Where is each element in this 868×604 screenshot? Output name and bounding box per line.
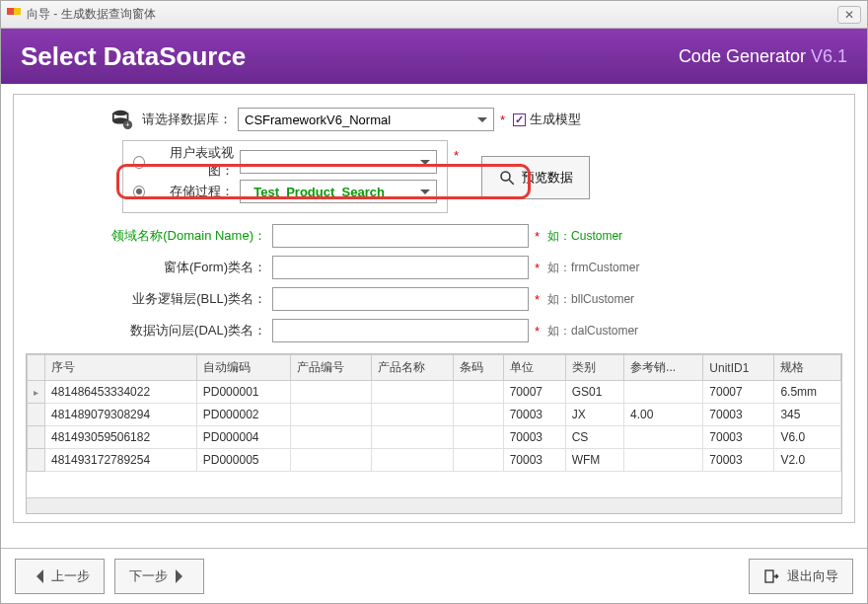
titlebar: 向导 - 生成数据查询窗体 ✕ bbox=[1, 1, 867, 29]
close-button[interactable]: ✕ bbox=[837, 6, 861, 24]
db-label: 请选择数据库： bbox=[142, 111, 238, 128]
form-class-input[interactable] bbox=[272, 256, 529, 279]
svg-line-5 bbox=[509, 180, 514, 185]
radio-table[interactable] bbox=[133, 156, 145, 169]
col-header[interactable]: 条码 bbox=[454, 355, 503, 381]
col-header[interactable]: 类别 bbox=[565, 355, 623, 381]
svg-point-0 bbox=[113, 111, 128, 116]
wizard-window: 向导 - 生成数据查询窗体 ✕ Select DataSource Code G… bbox=[0, 0, 868, 604]
domain-row: 领域名称(Domain Name)： * 如：Customer bbox=[26, 221, 842, 251]
table-row[interactable]: 481489079308294PD00000270003JX4.00700033… bbox=[28, 404, 841, 426]
next-button[interactable]: 下一步 bbox=[114, 559, 204, 594]
grid-scrollbar[interactable] bbox=[27, 497, 841, 513]
header-banner: Select DataSource Code Generator V6.1 bbox=[1, 29, 867, 84]
table-row[interactable]: ▸481486453334022PD00000170007GS01700076.… bbox=[28, 381, 841, 404]
table-row[interactable]: 481493172789254PD00000570003WFM70003V2.0 bbox=[28, 449, 841, 472]
arrow-right-icon bbox=[176, 569, 189, 583]
col-header[interactable]: 产品名称 bbox=[372, 355, 454, 381]
search-icon bbox=[498, 169, 516, 187]
col-header[interactable]: 自动编码 bbox=[196, 355, 290, 381]
window-title: 向导 - 生成数据查询窗体 bbox=[27, 6, 837, 23]
preview-data-button[interactable]: 预览数据 bbox=[481, 156, 590, 199]
dal-class-input[interactable] bbox=[272, 319, 529, 342]
product-label: Code Generator V6.1 bbox=[679, 46, 847, 67]
table-row[interactable]: 481493059506182PD00000470003CS70003V6.0 bbox=[28, 426, 841, 449]
col-header[interactable]: 参考销... bbox=[624, 355, 703, 381]
col-header[interactable]: UnitID1 bbox=[703, 355, 774, 381]
footer: 上一步 下一步 退出向导 bbox=[1, 548, 867, 603]
gen-model-checkbox[interactable]: ✓ 生成模型 bbox=[513, 111, 581, 128]
source-radio-group: 用户表或视图： 存储过程： _Test_Product_Search bbox=[122, 140, 448, 213]
database-icon: + bbox=[108, 108, 136, 131]
col-header[interactable]: 规格 bbox=[774, 355, 841, 381]
svg-point-4 bbox=[501, 172, 510, 181]
page-title: Select DataSource bbox=[21, 41, 679, 72]
database-select[interactable]: CSFrameworkV6_Normal bbox=[238, 108, 494, 131]
col-header[interactable]: 单位 bbox=[503, 355, 565, 381]
col-header[interactable]: 产品编号 bbox=[290, 355, 372, 381]
radio-table-row[interactable]: 用户表或视图： bbox=[133, 147, 437, 177]
form-panel: + 请选择数据库： CSFrameworkV6_Normal * ✓ 生成模型 … bbox=[13, 94, 855, 523]
domain-name-input[interactable] bbox=[272, 224, 529, 248]
exit-icon bbox=[763, 568, 779, 584]
arrow-left-icon bbox=[30, 569, 43, 583]
svg-rect-6 bbox=[765, 570, 773, 582]
source-select-row: 用户表或视图： 存储过程： _Test_Product_Search * 预览数… bbox=[26, 140, 842, 215]
bll-row: 业务逻辑层(BLL)类名： * 如：bllCustomer bbox=[26, 284, 842, 314]
db-row: + 请选择数据库： CSFrameworkV6_Normal * ✓ 生成模型 bbox=[108, 105, 842, 134]
check-icon: ✓ bbox=[513, 113, 526, 126]
radio-proc-row[interactable]: 存储过程： _Test_Product_Search bbox=[133, 177, 437, 206]
bll-class-input[interactable] bbox=[272, 287, 529, 311]
col-header[interactable]: 序号 bbox=[45, 355, 197, 381]
app-icon bbox=[7, 8, 21, 22]
dal-row: 数据访问层(DAL)类名： * 如：dalCustomer bbox=[26, 316, 842, 345]
radio-proc[interactable] bbox=[133, 186, 145, 198]
data-grid[interactable]: 序号自动编码产品编号产品名称条码单位类别参考销...UnitID1规格 ▸481… bbox=[26, 353, 842, 514]
proc-select[interactable]: _Test_Product_Search bbox=[240, 180, 437, 203]
table-select[interactable] bbox=[240, 150, 437, 174]
svg-text:+: + bbox=[125, 120, 129, 129]
formclass-row: 窗体(Form)类名： * 如：frmCustomer bbox=[26, 253, 842, 282]
content-area: + 请选择数据库： CSFrameworkV6_Normal * ✓ 生成模型 … bbox=[1, 84, 867, 548]
exit-wizard-button[interactable]: 退出向导 bbox=[749, 559, 853, 594]
prev-button[interactable]: 上一步 bbox=[15, 559, 105, 594]
required-mark: * bbox=[500, 113, 505, 127]
